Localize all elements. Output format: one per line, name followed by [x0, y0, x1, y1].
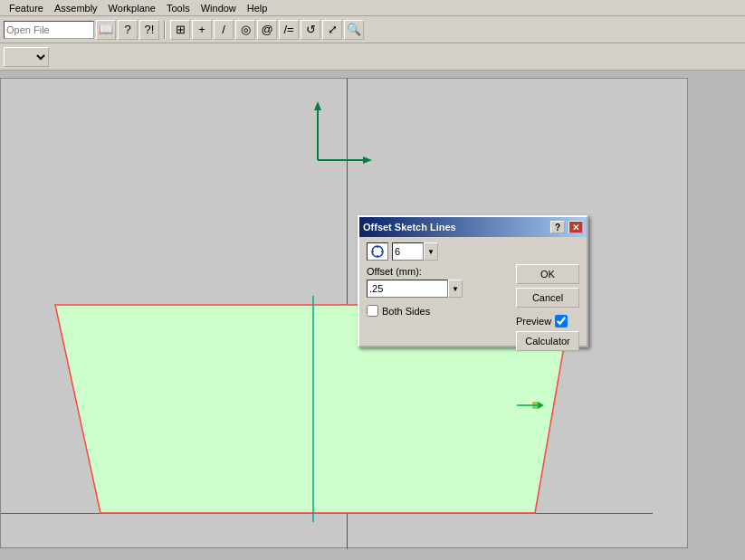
- offset-dropdown-btn[interactable]: ▼: [448, 280, 463, 298]
- preview-row: Preview: [516, 315, 579, 327]
- calculator-button[interactable]: Calculator: [516, 331, 579, 351]
- open-file-input[interactable]: [4, 21, 94, 39]
- toolbar-icon2[interactable]: +: [192, 20, 212, 40]
- menu-assembly[interactable]: Assembly: [49, 2, 103, 14]
- toolbar-icon6[interactable]: /=: [279, 20, 299, 40]
- toolbar-icon3[interactable]: /: [214, 20, 234, 40]
- toolbar-book-btn[interactable]: 📖: [96, 20, 116, 40]
- sketch-icon-box: [367, 242, 388, 261]
- dialog-close-btn[interactable]: ✕: [568, 221, 583, 233]
- toolbar2-dropdown[interactable]: [4, 47, 49, 67]
- dialog-right-buttons: OK Cancel Preview Calculator: [516, 264, 579, 351]
- canvas-area: Offset Sketch Lines ? ✕: [0, 71, 745, 560]
- separator1: [164, 21, 166, 39]
- menu-help[interactable]: Help: [242, 2, 273, 14]
- offset-sketch-lines-dialog: Offset Sketch Lines ? ✕: [358, 215, 588, 347]
- menu-workplane[interactable]: Workplane: [103, 2, 161, 14]
- dialog-body: ▼ Offset (mm): ▼ Both Sides OK Cancel: [359, 237, 587, 346]
- toolbar-search-btn[interactable]: 🔍: [344, 20, 364, 40]
- toolbar-icon1[interactable]: ⊞: [170, 20, 190, 40]
- both-sides-label: Both Sides: [382, 306, 430, 317]
- ok-button[interactable]: OK: [516, 264, 579, 284]
- toolbar-icon8[interactable]: ⤢: [322, 20, 342, 40]
- toolbar-icon4[interactable]: ◎: [235, 20, 255, 40]
- svg-marker-3: [363, 157, 372, 164]
- toolbar-icon5[interactable]: @: [257, 20, 277, 40]
- preview-checkbox[interactable]: [555, 315, 568, 327]
- toolbar-icon7[interactable]: ↺: [301, 20, 320, 40]
- dialog-help-btn[interactable]: ?: [550, 221, 565, 233]
- number-input[interactable]: [392, 242, 424, 261]
- menu-feature[interactable]: Feature: [4, 2, 49, 14]
- svg-marker-1: [314, 101, 321, 110]
- menubar: Feature Assembly Workplane Tools Window …: [0, 0, 745, 16]
- menu-window[interactable]: Window: [196, 2, 242, 14]
- toolbar-help2-btn[interactable]: ?!: [139, 20, 159, 40]
- offset-input[interactable]: [367, 280, 448, 298]
- both-sides-checkbox[interactable]: [367, 305, 378, 317]
- toolbar2: [0, 43, 745, 71]
- toolbar-help-btn[interactable]: ?: [118, 20, 138, 40]
- preview-label: Preview: [516, 316, 551, 327]
- dialog-titlebar: Offset Sketch Lines ? ✕: [359, 217, 587, 237]
- axis-container: [300, 97, 372, 171]
- toolbar1: 📖 ? ?! ⊞ + / ◎ @ /= ↺ ⤢ 🔍: [0, 16, 745, 43]
- number-row: ▼: [367, 242, 579, 261]
- cancel-button[interactable]: Cancel: [516, 288, 579, 308]
- number-dropdown-btn[interactable]: ▼: [424, 242, 438, 261]
- dialog-title: Offset Sketch Lines: [363, 222, 456, 233]
- menu-tools[interactable]: Tools: [161, 2, 196, 14]
